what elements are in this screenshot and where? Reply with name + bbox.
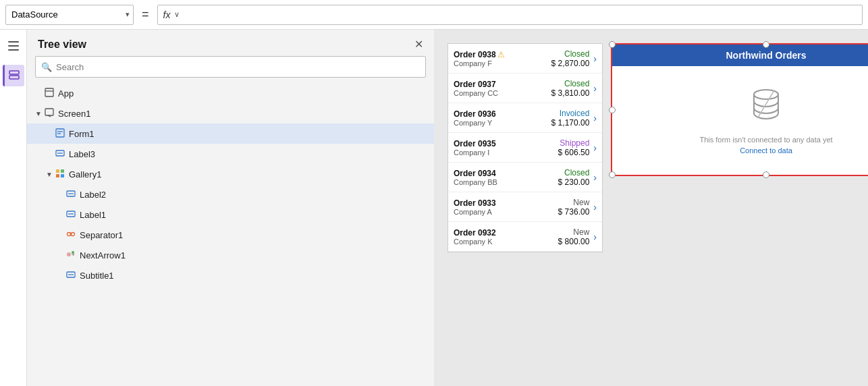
tree-item-screen1[interactable]: ▼ Screen1 bbox=[27, 103, 434, 123]
gallery-price: $ 1,170.00 bbox=[551, 118, 590, 128]
separator-icon bbox=[66, 229, 76, 241]
gallery-company: Company F bbox=[454, 59, 551, 67]
layers-icon[interactable] bbox=[3, 65, 24, 86]
gallery-price-status: Closed $ 230.00 bbox=[558, 168, 590, 187]
gallery-item[interactable]: Order 0937 Company CC Closed $ 3,810.00 … bbox=[448, 74, 602, 103]
tree-item-separator1[interactable]: Separator1 bbox=[27, 225, 434, 245]
gallery-item-info: Order 0933 Company A bbox=[454, 198, 558, 216]
tree-item-label1[interactable]: Label1 bbox=[27, 204, 434, 225]
label-icon bbox=[66, 209, 76, 221]
tree-item-label: NextArrow1 bbox=[80, 250, 126, 260]
gallery-price: $ 800.00 bbox=[558, 237, 590, 246]
tree-item-label: Form1 bbox=[69, 129, 94, 139]
tree-panel: Tree view ✕ 🔍 App ▼ Screen1 Form1 Label3… bbox=[27, 30, 434, 386]
gallery-company: Company A bbox=[454, 208, 558, 216]
gallery-item-info: Order 0938 ⚠ Company F bbox=[454, 50, 551, 67]
handle-bc[interactable] bbox=[763, 171, 769, 178]
icon-strip bbox=[0, 30, 27, 386]
gallery-price-status: New $ 800.00 bbox=[558, 227, 590, 246]
label-icon bbox=[66, 189, 76, 200]
svg-rect-2 bbox=[8, 49, 19, 51]
form-header: Northwind Orders bbox=[612, 45, 868, 66]
gallery-company: Company K bbox=[454, 238, 558, 246]
gallery-item[interactable]: Order 0938 ⚠ Company F Closed $ 2,870.00… bbox=[448, 44, 602, 74]
gallery-order: Order 0936 bbox=[454, 109, 496, 119]
gallery-status: Closed bbox=[564, 79, 589, 88]
gallery-order: Order 0937 bbox=[454, 80, 496, 89]
gallery-order: Order 0938 bbox=[454, 50, 496, 59]
tree-item-label: Subtitle1 bbox=[80, 271, 114, 281]
hamburger-icon[interactable] bbox=[3, 35, 24, 57]
tree-item-label3[interactable]: Label3 bbox=[27, 144, 434, 164]
label-icon bbox=[66, 270, 76, 281]
screen-icon bbox=[45, 108, 54, 119]
gallery-price: $ 3,810.00 bbox=[551, 88, 590, 98]
expand-icon: ▼ bbox=[46, 171, 55, 178]
svg-rect-14 bbox=[56, 169, 59, 173]
handle-bl[interactable] bbox=[609, 171, 616, 178]
gallery-arrow-icon[interactable]: › bbox=[593, 53, 597, 64]
gallery-item[interactable]: Order 0936 Company Y Invoiced $ 1,170.00… bbox=[448, 103, 602, 133]
handle-tc[interactable] bbox=[763, 41, 769, 48]
tree-item-gallery1[interactable]: ▼ Gallery1 bbox=[27, 164, 434, 184]
gallery-arrow-icon[interactable]: › bbox=[593, 83, 597, 94]
gallery-status: Shipped bbox=[560, 138, 589, 148]
handle-tl[interactable] bbox=[609, 41, 616, 48]
handle-ml[interactable] bbox=[609, 107, 616, 113]
tree-item-app[interactable]: App bbox=[27, 83, 434, 103]
search-icon: 🔍 bbox=[41, 62, 52, 72]
gallery-arrow-icon[interactable]: › bbox=[593, 113, 597, 123]
gallery-arrow-icon[interactable]: › bbox=[593, 172, 597, 183]
gallery-item[interactable]: Order 0933 Company A New $ 736.00 › bbox=[448, 192, 602, 222]
gallery-status: Closed bbox=[564, 49, 589, 59]
gallery-arrow-icon[interactable]: › bbox=[593, 202, 597, 213]
close-button[interactable]: ✕ bbox=[414, 38, 423, 51]
gallery-company: Company BB bbox=[454, 178, 558, 186]
gallery-status: New bbox=[573, 198, 589, 207]
svg-rect-17 bbox=[61, 174, 64, 177]
gallery-item-info: Order 0936 Company Y bbox=[454, 109, 551, 127]
gallery-icon bbox=[55, 169, 65, 180]
gallery-item[interactable]: Order 0935 Company I Shipped $ 606.50 › bbox=[448, 133, 602, 163]
svg-rect-5 bbox=[45, 88, 53, 96]
gallery-order: Order 0935 bbox=[454, 139, 496, 148]
fx-chevron-icon: ∨ bbox=[174, 10, 180, 19]
gallery-item[interactable]: Order 0934 Company BB Closed $ 230.00 › bbox=[448, 163, 602, 192]
main-area: Tree view ✕ 🔍 App ▼ Screen1 Form1 Label3… bbox=[0, 30, 868, 386]
svg-rect-15 bbox=[61, 169, 64, 173]
gallery-price: $ 606.50 bbox=[558, 148, 590, 157]
tree-item-label: App bbox=[58, 88, 74, 99]
form-panel: Northwind Orders This form isn't connect… bbox=[611, 43, 868, 176]
tree-item-nextarrow1[interactable]: NextArrow1 bbox=[27, 245, 434, 265]
gallery-price-status: Shipped $ 606.50 bbox=[558, 138, 590, 157]
gallery-price-status: Invoiced $ 1,170.00 bbox=[551, 109, 590, 128]
formula-bar[interactable]: fx ∨ bbox=[157, 5, 863, 25]
gallery-status: New bbox=[573, 227, 589, 237]
datasource-select-wrap[interactable]: DataSource ▾ bbox=[5, 5, 134, 25]
tree-item-label: Label3 bbox=[69, 149, 95, 159]
gallery-company: Company I bbox=[454, 148, 558, 157]
gallery-price-status: New $ 736.00 bbox=[558, 198, 590, 217]
tree-item-subtitle1[interactable]: Subtitle1 bbox=[27, 265, 434, 285]
svg-rect-4 bbox=[9, 76, 19, 79]
formula-input[interactable] bbox=[185, 9, 857, 20]
svg-point-25 bbox=[67, 252, 71, 256]
gallery-arrow-icon[interactable]: › bbox=[593, 142, 597, 153]
gallery-item[interactable]: Order 0932 Company K New $ 800.00 › bbox=[448, 222, 602, 252]
tree-item-label2[interactable]: Label2 bbox=[27, 184, 434, 204]
gallery-container: Order 0938 ⚠ Company F Closed $ 2,870.00… bbox=[447, 43, 603, 252]
gallery-arrow-icon[interactable]: › bbox=[593, 231, 597, 242]
svg-rect-0 bbox=[8, 41, 19, 43]
canvas-area: Order 0938 ⚠ Company F Closed $ 2,870.00… bbox=[434, 30, 868, 386]
tree-item-label: Separator1 bbox=[80, 230, 123, 240]
top-bar: DataSource ▾ = fx ∨ bbox=[0, 0, 868, 30]
fx-label: fx bbox=[163, 9, 171, 20]
tree-item-form1[interactable]: Form1 bbox=[27, 123, 434, 144]
form-note: This form isn't connected to any data ye… bbox=[699, 136, 832, 144]
form-connect-link[interactable]: Connect to data bbox=[740, 146, 792, 155]
search-input[interactable] bbox=[56, 62, 420, 72]
search-box[interactable]: 🔍 bbox=[35, 56, 426, 78]
datasource-select[interactable]: DataSource bbox=[5, 5, 134, 25]
tree-header: Tree view ✕ bbox=[27, 30, 434, 56]
label-icon bbox=[55, 148, 65, 160]
